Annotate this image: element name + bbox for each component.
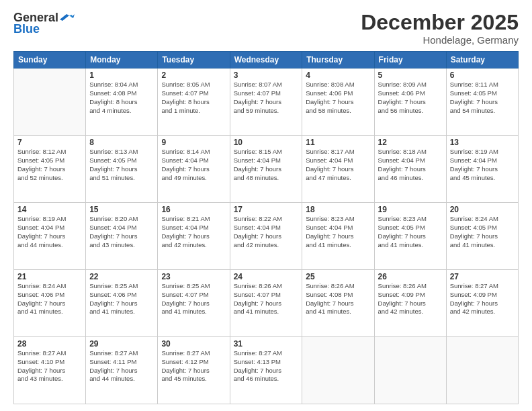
col-thursday: Thursday: [302, 52, 374, 68]
day-number: 30: [161, 339, 226, 349]
calendar-table: Sunday Monday Tuesday Wednesday Thursday…: [13, 51, 519, 404]
calendar-week-row: 28Sunrise: 8:27 AMSunset: 4:10 PMDayligh…: [14, 337, 519, 404]
day-number: 4: [306, 71, 370, 80]
day-info: Sunrise: 8:25 AMSunset: 4:07 PMDaylight:…: [161, 282, 226, 316]
day-info: Sunrise: 8:27 AMSunset: 4:12 PMDaylight:…: [161, 349, 226, 383]
table-row: 20Sunrise: 8:24 AMSunset: 4:05 PMDayligh…: [446, 203, 518, 270]
day-info: Sunrise: 8:26 AMSunset: 4:08 PMDaylight:…: [306, 282, 370, 316]
day-number: 1: [89, 71, 154, 80]
day-number: 6: [450, 71, 515, 80]
calendar-week-row: 1Sunrise: 8:04 AMSunset: 4:08 PMDaylight…: [14, 68, 519, 136]
table-row: 25Sunrise: 8:26 AMSunset: 4:08 PMDayligh…: [302, 270, 374, 337]
day-number: 27: [450, 272, 515, 281]
day-info: Sunrise: 8:27 AMSunset: 4:10 PMDaylight:…: [17, 349, 82, 383]
day-number: 23: [161, 272, 226, 281]
day-info: Sunrise: 8:26 AMSunset: 4:07 PMDaylight:…: [234, 282, 299, 316]
table-row: 30Sunrise: 8:27 AMSunset: 4:12 PMDayligh…: [158, 337, 230, 404]
header: General Blue December 2025 Hondelage, Ge…: [13, 11, 519, 46]
day-number: 28: [17, 339, 82, 349]
day-number: 17: [234, 205, 299, 214]
table-row: 22Sunrise: 8:25 AMSunset: 4:06 PMDayligh…: [86, 270, 158, 337]
day-info: Sunrise: 8:20 AMSunset: 4:04 PMDaylight:…: [89, 215, 154, 249]
day-number: 9: [161, 138, 226, 147]
table-row: 27Sunrise: 8:27 AMSunset: 4:09 PMDayligh…: [446, 270, 518, 337]
day-info: Sunrise: 8:09 AMSunset: 4:06 PMDaylight:…: [378, 81, 443, 115]
col-saturday: Saturday: [446, 52, 518, 68]
logo-bird-icon: [60, 13, 75, 24]
table-row: 1Sunrise: 8:04 AMSunset: 4:08 PMDaylight…: [86, 68, 158, 136]
day-number: 16: [161, 205, 226, 214]
table-row: 9Sunrise: 8:14 AMSunset: 4:04 PMDaylight…: [158, 136, 230, 203]
day-number: 19: [378, 205, 443, 214]
day-info: Sunrise: 8:15 AMSunset: 4:04 PMDaylight:…: [234, 148, 299, 182]
table-row: 29Sunrise: 8:27 AMSunset: 4:11 PMDayligh…: [86, 337, 158, 404]
col-tuesday: Tuesday: [158, 52, 230, 68]
day-info: Sunrise: 8:23 AMSunset: 4:04 PMDaylight:…: [306, 215, 370, 249]
table-row: 16Sunrise: 8:21 AMSunset: 4:04 PMDayligh…: [158, 203, 230, 270]
calendar-week-row: 21Sunrise: 8:24 AMSunset: 4:06 PMDayligh…: [14, 270, 519, 337]
calendar-week-row: 14Sunrise: 8:19 AMSunset: 4:04 PMDayligh…: [14, 203, 519, 270]
table-row: [446, 337, 518, 404]
logo: General Blue: [13, 11, 75, 36]
day-info: Sunrise: 8:08 AMSunset: 4:06 PMDaylight:…: [306, 81, 370, 115]
day-number: 8: [89, 138, 154, 147]
table-row: 2Sunrise: 8:05 AMSunset: 4:07 PMDaylight…: [158, 68, 230, 136]
day-info: Sunrise: 8:05 AMSunset: 4:07 PMDaylight:…: [161, 81, 226, 115]
day-number: 2: [161, 71, 226, 80]
table-row: 21Sunrise: 8:24 AMSunset: 4:06 PMDayligh…: [14, 270, 86, 337]
table-row: 13Sunrise: 8:19 AMSunset: 4:04 PMDayligh…: [446, 136, 518, 203]
table-row: 6Sunrise: 8:11 AMSunset: 4:05 PMDaylight…: [446, 68, 518, 136]
day-info: Sunrise: 8:24 AMSunset: 4:05 PMDaylight:…: [450, 215, 515, 249]
table-row: [14, 68, 86, 136]
table-row: 10Sunrise: 8:15 AMSunset: 4:04 PMDayligh…: [230, 136, 302, 203]
day-info: Sunrise: 8:24 AMSunset: 4:06 PMDaylight:…: [17, 282, 82, 316]
table-row: 12Sunrise: 8:18 AMSunset: 4:04 PMDayligh…: [374, 136, 446, 203]
calendar-header-row: Sunday Monday Tuesday Wednesday Thursday…: [14, 52, 519, 68]
calendar-week-row: 7Sunrise: 8:12 AMSunset: 4:05 PMDaylight…: [14, 136, 519, 203]
page: General Blue December 2025 Hondelage, Ge…: [0, 0, 532, 411]
table-row: 26Sunrise: 8:26 AMSunset: 4:09 PMDayligh…: [374, 270, 446, 337]
day-info: Sunrise: 8:19 AMSunset: 4:04 PMDaylight:…: [450, 148, 515, 182]
day-number: 18: [306, 205, 370, 214]
table-row: 11Sunrise: 8:17 AMSunset: 4:04 PMDayligh…: [302, 136, 374, 203]
day-number: 11: [306, 138, 370, 147]
table-row: 7Sunrise: 8:12 AMSunset: 4:05 PMDaylight…: [14, 136, 86, 203]
day-number: 21: [17, 272, 82, 281]
day-info: Sunrise: 8:26 AMSunset: 4:09 PMDaylight:…: [378, 282, 443, 316]
table-row: 17Sunrise: 8:22 AMSunset: 4:04 PMDayligh…: [230, 203, 302, 270]
day-number: 26: [378, 272, 443, 281]
day-number: 7: [17, 138, 82, 147]
day-info: Sunrise: 8:27 AMSunset: 4:13 PMDaylight:…: [234, 349, 299, 383]
day-number: 10: [234, 138, 299, 147]
day-number: 12: [378, 138, 443, 147]
day-info: Sunrise: 8:11 AMSunset: 4:05 PMDaylight:…: [450, 81, 515, 115]
col-wednesday: Wednesday: [230, 52, 302, 68]
table-row: 15Sunrise: 8:20 AMSunset: 4:04 PMDayligh…: [86, 203, 158, 270]
day-info: Sunrise: 8:25 AMSunset: 4:06 PMDaylight:…: [89, 282, 154, 316]
day-number: 25: [306, 272, 370, 281]
day-number: 3: [234, 71, 299, 80]
day-number: 31: [234, 339, 299, 349]
day-number: 29: [89, 339, 154, 349]
table-row: 5Sunrise: 8:09 AMSunset: 4:06 PMDaylight…: [374, 68, 446, 136]
table-row: 19Sunrise: 8:23 AMSunset: 4:05 PMDayligh…: [374, 203, 446, 270]
logo-blue: Blue: [13, 22, 40, 36]
day-info: Sunrise: 8:12 AMSunset: 4:05 PMDaylight:…: [17, 148, 82, 182]
day-info: Sunrise: 8:17 AMSunset: 4:04 PMDaylight:…: [306, 148, 370, 182]
table-row: 18Sunrise: 8:23 AMSunset: 4:04 PMDayligh…: [302, 203, 374, 270]
day-info: Sunrise: 8:19 AMSunset: 4:04 PMDaylight:…: [17, 215, 82, 249]
table-row: 28Sunrise: 8:27 AMSunset: 4:10 PMDayligh…: [14, 337, 86, 404]
day-number: 5: [378, 71, 443, 80]
day-info: Sunrise: 8:13 AMSunset: 4:05 PMDaylight:…: [89, 148, 154, 182]
location: Hondelage, Germany: [361, 34, 519, 46]
col-monday: Monday: [86, 52, 158, 68]
day-number: 13: [450, 138, 515, 147]
table-row: 4Sunrise: 8:08 AMSunset: 4:06 PMDaylight…: [302, 68, 374, 136]
day-info: Sunrise: 8:22 AMSunset: 4:04 PMDaylight:…: [234, 215, 299, 249]
table-row: [374, 337, 446, 404]
table-row: 8Sunrise: 8:13 AMSunset: 4:05 PMDaylight…: [86, 136, 158, 203]
day-info: Sunrise: 8:27 AMSunset: 4:09 PMDaylight:…: [450, 282, 515, 316]
day-info: Sunrise: 8:04 AMSunset: 4:08 PMDaylight:…: [89, 81, 154, 115]
table-row: 14Sunrise: 8:19 AMSunset: 4:04 PMDayligh…: [14, 203, 86, 270]
day-number: 20: [450, 205, 515, 214]
